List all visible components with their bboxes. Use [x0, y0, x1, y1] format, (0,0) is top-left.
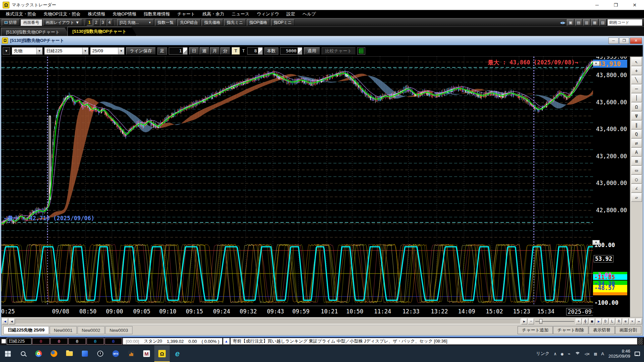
news-scroll-up-button[interactable]: ▲ [223, 338, 230, 345]
menu-item[interactable]: 株式情報 [84, 10, 109, 18]
crosshair-tool-icon[interactable]: + [631, 66, 642, 75]
chart-footer-button[interactable]: チャート削除 [553, 326, 588, 334]
taskbar-explorer-button[interactable] [62, 345, 77, 362]
bar-count-stepper[interactable]: 5000 [280, 47, 302, 55]
minimize-button[interactable]: ─ [588, 0, 606, 10]
screen-select-button[interactable]: 1 [87, 19, 93, 26]
taskbar-firefox-button[interactable] [46, 345, 62, 362]
screen-select-button[interactable]: 2 [93, 19, 99, 26]
camera-icon[interactable]: ▨ [599, 19, 606, 26]
chart-minimize-button[interactable]: ─ [608, 38, 619, 44]
menu-item[interactable]: ニュース [228, 10, 253, 18]
chart-sheet-tab[interactable]: New0001 [50, 326, 77, 334]
screen-select-button[interactable]: 4 [107, 19, 113, 26]
menu-item[interactable]: 残高・余力 [199, 10, 228, 18]
cursor-tool-icon[interactable]: ↖ [631, 57, 642, 66]
action-center-icon[interactable] [635, 352, 640, 356]
oscillator-canvas[interactable] [1, 241, 593, 306]
taskbar-clock[interactable]: 8:46 2025/09/09 [608, 349, 630, 359]
chart-footer-button[interactable]: 画面分割 [615, 326, 641, 334]
volume-muted-icon[interactable]: ◁× [585, 351, 590, 356]
chart-sheet-tab[interactable]: 日経225先物 25/09 [3, 326, 49, 334]
polygon-tool-icon[interactable]: ▱ [631, 193, 642, 202]
taskbar-search-button[interactable] [15, 345, 31, 362]
zoom-out-button[interactable]: − [528, 318, 534, 324]
rectangle-tool-icon[interactable]: ▭ [631, 166, 642, 175]
battery-icon[interactable]: ⌁ [568, 351, 571, 356]
period-button[interactable]: 分 [220, 47, 230, 55]
period-button[interactable]: 週 [200, 47, 209, 55]
compare-chart-button[interactable]: 比較チャート [322, 47, 356, 55]
quick-screen-button[interactable]: 先OP総合 [177, 19, 201, 26]
taskbar-mt4-button[interactable]: MT4 [108, 345, 123, 362]
category-select[interactable]: 先物▼ [12, 47, 43, 55]
wifi-icon[interactable] [575, 352, 580, 356]
resize-grip[interactable] [638, 338, 643, 345]
chart-close-button[interactable]: ✕ [630, 38, 642, 44]
news-ticker[interactable]: 寄前【成行注文】買い越しランキング 東証プライム 中型／小型株 Jディスプレ、ザ… [230, 338, 637, 345]
chart-sheet-tab[interactable]: New0002 [77, 326, 105, 334]
symbol-code-input[interactable] [607, 19, 642, 26]
stop-button[interactable]: ■ [589, 318, 595, 324]
tray-link-label[interactable]: リンク [536, 351, 549, 357]
trendline-tool-icon[interactable]: ╲ [631, 75, 642, 84]
grid-tool-icon[interactable]: ⊞ [631, 157, 642, 166]
scroll-left-button[interactable]: ◀ [9, 318, 15, 324]
jump-end-button[interactable]: ↦ [636, 318, 642, 324]
period-button[interactable]: 月 [210, 47, 220, 55]
switch-button[interactable]: 切替 [2, 19, 19, 26]
start-button[interactable] [0, 345, 15, 362]
ellipse-tool-icon[interactable]: ○ [631, 175, 642, 184]
close-button[interactable]: ✕ [625, 0, 644, 10]
tick-period-button[interactable]: T [232, 47, 240, 55]
collapse-oscillator-panel-button[interactable]: ▼ [592, 240, 600, 245]
quick-screen-button[interactable]: 指OP価格 [247, 19, 270, 26]
quick-screen-button[interactable]: 指OPミニ [271, 19, 294, 26]
screen-number-button[interactable]: 画面番号 [20, 19, 42, 26]
alert-bell-tool-icon[interactable]: Ω [631, 103, 642, 111]
tray-chevron-icon[interactable]: ∧ [554, 351, 556, 356]
menu-item[interactable]: 先物OP注文・照会 [40, 10, 84, 18]
monitor-icon[interactable]: ▣ [567, 19, 574, 26]
screen-select-button[interactable]: 3 [100, 19, 106, 26]
preset-dropdown[interactable]: [02] 先物...▼ [117, 19, 154, 26]
maximize-button[interactable]: ❐ [606, 0, 625, 10]
bar-interval-stepper[interactable]: 1 [169, 47, 187, 55]
lock-icon[interactable]: ▦ [591, 19, 598, 26]
spinner-icon[interactable] [183, 48, 187, 54]
menu-item[interactable]: チャート [174, 10, 199, 18]
text-tool-icon[interactable]: A [631, 148, 642, 157]
collapse-price-panel-button[interactable]: ▼ [593, 61, 600, 66]
spinner-icon[interactable] [258, 48, 262, 54]
line-mode-button[interactable]: L [609, 318, 615, 324]
toolbar-pager-icon[interactable]: ◀▶ [560, 21, 566, 24]
spinner-icon[interactable] [298, 48, 302, 54]
chart-maximize-button[interactable]: ❐ [619, 38, 629, 44]
chart-sheet-tab[interactable]: New0003 [105, 326, 132, 334]
symbol-select[interactable]: 日経225▼ [44, 47, 89, 55]
ime-indicator[interactable]: A [601, 351, 604, 356]
quick-screen-button[interactable]: 指先価格 [202, 19, 223, 26]
chart-window-titlebar[interactable]: Ω [5130]指数先物OPチャート ─ ❐ ✕ [1, 36, 643, 45]
price-chart-canvas[interactable] [1, 57, 593, 240]
quick-screen-button[interactable]: 指数一覧 [155, 19, 176, 26]
meet-now-icon[interactable]: ◉ [561, 351, 564, 356]
angle-tool-icon[interactable]: ∠ [631, 184, 642, 193]
vline-tool-icon[interactable]: │ [631, 94, 642, 102]
menu-item[interactable]: ウィンドウ [253, 10, 283, 18]
quote-tool-icon[interactable]: Q [631, 130, 642, 138]
magnify-button[interactable]: ⊕ [623, 318, 629, 324]
taskbar-market-app-button[interactable] [123, 345, 139, 362]
zoom-in-button[interactable]: + [576, 318, 582, 324]
zoom-slider-thumb[interactable] [539, 319, 542, 324]
chart-footer-button[interactable]: 表示切替 [589, 326, 615, 334]
taskbar-m-app-button[interactable]: M [139, 345, 154, 362]
pan-button[interactable]: ╬ [582, 318, 588, 324]
status-symbol[interactable]: 日経225 [7, 338, 32, 345]
channel-tool-icon[interactable]: ∥ [631, 121, 642, 129]
menu-item[interactable]: 株式注文・照会 [2, 10, 40, 18]
indicator-list-button[interactable] [357, 47, 365, 55]
touch-keyboard-icon[interactable]: ▤ [594, 351, 597, 356]
chart-footer-button[interactable]: チャート追加 [518, 326, 553, 334]
reset-button[interactable]: R [616, 318, 622, 324]
